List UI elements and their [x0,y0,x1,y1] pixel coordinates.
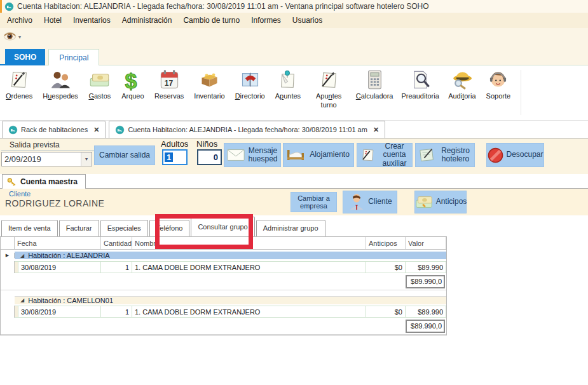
menu-item-cambio-de-turno[interactable]: Cambio de turno [177,13,245,27]
menu-item-usuarios[interactable]: Usuarios [287,13,328,27]
group-header-cell[interactable]: ◢Habitación : ALEJANDRIA [15,252,446,259]
group-row: ◢Habitación : CAMELLON01 [1,294,446,306]
register-icon [418,145,437,165]
cell-fecha[interactable]: 30/08/2019 [18,261,101,273]
tab-consultar-grupo[interactable]: Consultar grupo [191,217,254,236]
ribbon-button-directorio[interactable]: Directorio [230,67,270,102]
close-icon[interactable]: ✕ [373,126,379,134]
button-label: Mensaje huesped [247,147,278,163]
doc-tab-label: Rack de habitaciones [21,126,88,133]
row-indicator-cell [1,261,15,273]
money-icon [414,192,434,212]
tab-item-de-venta[interactable]: Item de venta [1,220,58,236]
anticipos-button[interactable]: Anticipos [414,191,467,213]
ribbon-button-apuntes-turno[interactable]: Apuntes turno [306,67,352,111]
application-window: Cuenta Habitacion: ALEJANDRIA - Llegada … [0,0,588,385]
soho-app-button[interactable]: SOHO [5,49,45,65]
ribbon-button-gastos[interactable]: Gastos [83,67,116,102]
app-icon [4,2,14,11]
cell-cantidad[interactable]: 1 [101,261,132,273]
eye-logo-icon[interactable] [3,29,17,45]
tab-telefono[interactable]: Teléfono [149,220,190,236]
cell-nombre[interactable]: 1. CAMA DOBLE DORM EXTRANJERO [132,306,366,318]
ribbon-button-ordenes[interactable]: Ordenes [1,67,38,102]
menu-item-archivo[interactable]: Archivo [1,13,38,27]
menu-item-administracion[interactable]: Administración [116,13,178,27]
ribbon-button-arqueo[interactable]: $Arqueo [116,67,149,102]
button-label: Alojamiento [308,151,352,159]
expand-icon[interactable]: ◢ [20,253,24,259]
cell-fecha[interactable]: 30/08/2019 [18,306,101,318]
registro-hotelero-button[interactable]: Registro hotelero [415,143,475,167]
inventory-icon [198,69,221,92]
crear-cuenta-auxiliar-button[interactable]: Crear cuenta auxiliar [357,143,413,167]
ribbon-button-inventario[interactable]: Inventario [189,67,229,102]
alojamiento-button[interactable]: Alojamiento [283,143,354,167]
button-label: Crear cuenta auxiliar [379,142,410,168]
button-label: Registro hotelero [439,147,472,163]
desocupar-button[interactable]: Desocupar [486,143,544,167]
ribbon-button-calculadora[interactable]: Calculadora [352,67,397,102]
column-header-anticipos[interactable]: Anticipos [366,237,406,249]
button-label: Anticipos [436,198,467,206]
doc-tab-rack-de-habitaciones[interactable]: Rack de habitaciones✕ [2,121,106,138]
adultos-input[interactable]: 1 [162,149,188,165]
doc-tab-label: Cuenta Habitacion: ALEJANDRIA - Llegada … [128,126,367,133]
doc-tab-cuenta-habitacion[interactable]: Cuenta Habitacion: ALEJANDRIA - Llegada … [109,121,385,138]
ribbon-button-label: Preauditoria [401,92,439,101]
salida-prevista-combobox[interactable]: 2/09/2019 ▾ [1,152,92,166]
group-title: Habitación : CAMELLON01 [28,297,113,304]
cell-valor[interactable]: $89.990 [406,306,446,318]
combo-dropdown-button[interactable]: ▾ [81,152,92,166]
column-header-fecha[interactable]: Fecha [15,237,101,249]
menu-item-informes[interactable]: Informes [245,13,287,27]
close-icon[interactable]: ✕ [93,126,99,134]
window-titlebar: Cuenta Habitacion: ALEJANDRIA - Llegada … [0,0,588,13]
menu-item-inventarios[interactable]: Inventarios [67,13,116,27]
column-header-valor[interactable]: Valor [406,237,446,249]
cliente-button[interactable]: Cliente [343,191,397,213]
cell-anticipos[interactable]: $0 [366,306,406,318]
calculator-icon [364,69,386,92]
app-bed-icon [8,125,18,135]
column-header-nombre[interactable]: Nombre [132,237,366,249]
grid-header-row: FechaCantidadNombreAnticiposValor [1,237,446,250]
column-header-cantidad[interactable]: Cantidad [101,237,132,249]
tab-especiales[interactable]: Especiales [100,220,148,236]
tab-principal[interactable]: Principal [48,49,99,65]
cell-nombre[interactable]: 1. CAMA DOBLE DORM EXTRANJERO [132,261,366,273]
cuenta-maestra-label: Cuenta maestra [20,177,78,186]
group-header-cell[interactable]: ◢Habitación : CAMELLON01 [15,296,446,304]
ribbon-button-soporte[interactable]: Soporte [481,67,516,102]
cell-anticipos[interactable]: $0 [366,261,406,273]
ribbon-button-label: Apuntes turno [311,92,346,110]
cell-valor[interactable]: $89.990 [406,261,446,273]
ribbon-button-preauditoria[interactable]: Preauditoria [397,67,443,102]
cliente-name: RODRIGUEZ LORAINE [5,198,104,208]
ribbon-button-label: Huespedes [43,92,78,101]
tab-administrar-grupo[interactable]: Administrar grupo [256,220,325,236]
expand-icon[interactable]: ◢ [20,297,24,303]
toolbar-separator [521,70,521,115]
cuenta-maestra-tab[interactable]: Cuenta maestra [2,174,86,189]
group-total-box: $89.990,0 [406,320,445,333]
cambiar-salida-button[interactable]: Cambiar salida [94,145,155,165]
ribbon-button-huespedes[interactable]: Huespedes [38,67,83,102]
soho-accent-line [0,64,42,65]
row-indicator-cell: ▶ [1,253,15,258]
cell-cantidad[interactable]: 1 [101,306,132,318]
ribbon-button-auditoria[interactable]: Auditoria [443,67,481,102]
chevron-down-icon[interactable]: ▾ [18,34,21,40]
expenses-icon [88,69,111,92]
mensaje-huesped-button[interactable]: Mensaje huesped [224,143,281,167]
cash-count-icon: $ [121,69,144,92]
menu-item-hotel[interactable]: Hotel [38,13,67,27]
ribbon-button-reservas[interactable]: 17Reservas [149,67,189,102]
cambiar-a-empresa-button[interactable]: Cambiar a empresa [291,192,337,212]
preaudit-icon [409,69,432,92]
ninos-input[interactable]: 0 [197,149,222,165]
data-row: 30/08/201911. CAMA DOBLE DORM EXTRANJERO… [1,261,446,273]
ribbon-button-apuntes[interactable]: Apuntes [270,67,306,102]
reservations-icon: 17 [158,69,181,92]
tab-facturar[interactable]: Facturar [59,220,99,236]
